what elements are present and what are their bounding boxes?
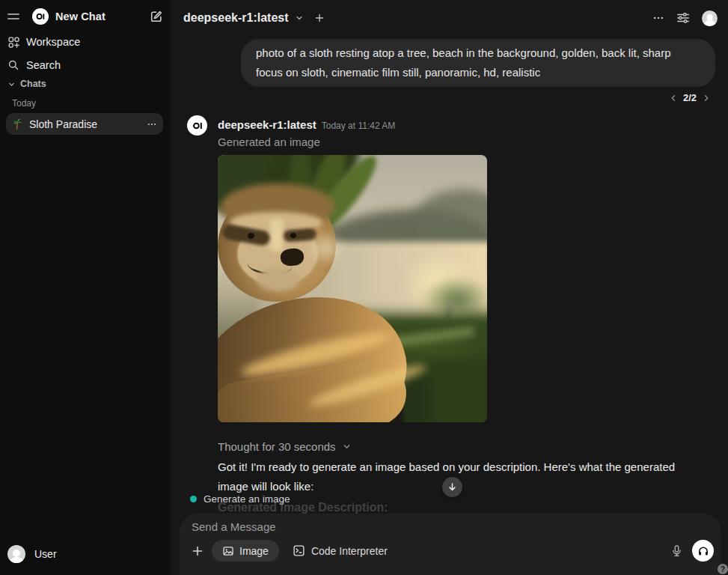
sidebar-item-search[interactable]: Search — [7, 55, 163, 75]
status-label: Generate an image — [204, 493, 290, 505]
code-interpreter-button[interactable]: Code Interpreter — [290, 540, 391, 562]
terminal-icon — [293, 544, 305, 557]
code-interpreter-label: Code Interpreter — [311, 545, 388, 557]
workspace-label: Workspace — [26, 36, 80, 48]
assistant-timestamp: Today at 11:42 AM — [322, 121, 396, 131]
model-selector[interactable]: deepseek-r1:latest — [183, 11, 304, 25]
message-pagination: 2/2 — [669, 92, 711, 103]
scroll-to-bottom-button[interactable] — [442, 477, 462, 497]
sidebar-chat-item-sloth-paradise[interactable]: Sloth Paradise — [6, 113, 163, 135]
chat-menu-ellipsis-icon[interactable] — [652, 12, 664, 24]
chevron-down-icon — [7, 80, 16, 88]
thought-toggle[interactable]: Thought for 30 seconds — [218, 440, 352, 453]
sidebar-user-menu[interactable]: User — [7, 542, 163, 566]
image-icon — [222, 545, 234, 557]
attach-plus-icon[interactable] — [192, 545, 204, 557]
microphone-icon[interactable] — [671, 544, 682, 558]
sidebar: New Chat Workspace Search Chats Today Sl… — [0, 0, 171, 575]
chats-section-toggle[interactable]: Chats — [7, 79, 46, 89]
model-chevron-down-icon — [295, 13, 304, 22]
pagination-next-icon[interactable] — [702, 94, 711, 103]
status-dot — [190, 496, 197, 502]
user-avatar — [7, 545, 25, 563]
chat-item-menu-icon[interactable] — [147, 119, 157, 130]
search-icon — [7, 59, 20, 71]
chat-header: deepseek-r1:latest — [171, 0, 728, 36]
generated-image-caption: Generated an image — [218, 136, 320, 148]
thought-chevron-down-icon — [342, 442, 352, 451]
palm-tree-icon — [12, 118, 23, 130]
voice-call-headphones-button[interactable] — [692, 540, 714, 562]
pagination-prev-icon[interactable] — [669, 94, 678, 103]
account-avatar[interactable] — [702, 10, 718, 26]
image-mode-button[interactable]: Image — [212, 540, 279, 562]
thought-label: Thought for 30 seconds — [218, 440, 336, 453]
new-chat-button[interactable]: New Chat — [55, 10, 105, 22]
workspace-grid-icon — [7, 36, 20, 49]
new-chat-pencil-icon[interactable] — [150, 10, 163, 23]
message-input[interactable]: Send a Message — [192, 520, 712, 535]
chat-panel: deepseek-r1:latest photo of a sloth rest… — [171, 0, 728, 575]
sidebar-toggle-icon[interactable] — [7, 9, 22, 24]
image-button-label: Image — [239, 545, 269, 557]
model-name-label: deepseek-r1:latest — [183, 11, 289, 25]
help-button[interactable]: ? — [718, 564, 728, 574]
assistant-name: deepseek-r1:latest — [218, 118, 316, 131]
new-model-plus-icon[interactable] — [314, 13, 325, 23]
user-message-bubble: photo of a sloth resting atop a tree, be… — [241, 39, 715, 87]
generation-status: Generate an image — [190, 493, 290, 505]
openwebui-logo-icon — [32, 8, 49, 25]
user-name-label: User — [34, 548, 57, 560]
today-group-label: Today — [12, 98, 36, 109]
chat-item-title: Sloth Paradise — [29, 118, 147, 130]
search-label: Search — [26, 59, 61, 71]
pagination-count: 2/2 — [683, 92, 697, 103]
sidebar-item-workspace[interactable]: Workspace — [7, 32, 163, 52]
chats-section-label: Chats — [20, 79, 46, 89]
assistant-avatar-oi-icon — [187, 115, 207, 136]
message-composer: Send a Message Image Code Interpreter — [180, 514, 721, 575]
generated-sloth-image[interactable] — [218, 155, 487, 422]
settings-sliders-icon[interactable] — [676, 11, 690, 25]
